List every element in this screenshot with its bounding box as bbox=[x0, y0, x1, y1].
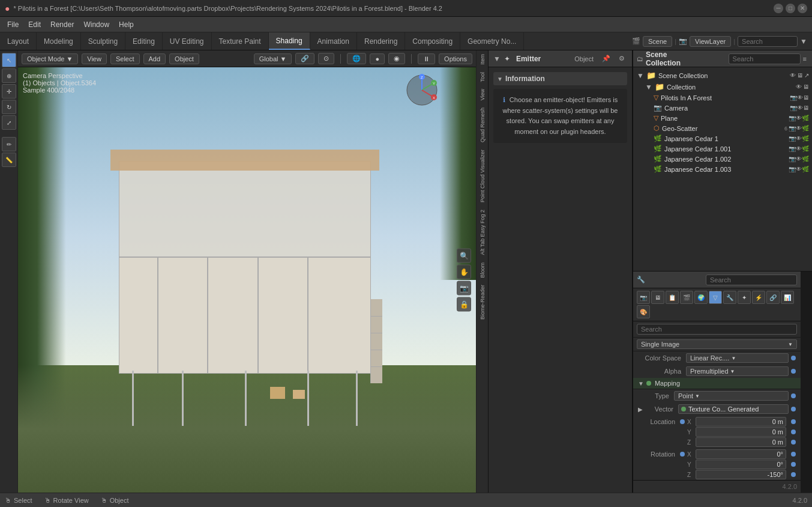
location-z-input[interactable] bbox=[696, 437, 786, 447]
item-render-icon-5[interactable]: 📷 bbox=[789, 135, 796, 142]
close-button[interactable]: ✕ bbox=[798, 4, 807, 13]
item-eye-icon-8[interactable]: 👁 bbox=[796, 166, 802, 172]
item-tree-icon-8[interactable]: 🌿 bbox=[802, 166, 809, 172]
info-section-header[interactable]: ▼ Information bbox=[493, 72, 627, 85]
material-props-icon[interactable]: 🎨 bbox=[637, 305, 650, 318]
measure-tool-button[interactable]: 📏 bbox=[2, 153, 16, 167]
scene-select[interactable]: Scene bbox=[643, 36, 672, 47]
physics-props-icon[interactable]: ⚡ bbox=[752, 291, 765, 304]
view-menu[interactable]: View bbox=[82, 53, 107, 64]
item-render-icon-1[interactable]: 📷 bbox=[790, 94, 797, 101]
rotation-z-input[interactable] bbox=[696, 470, 786, 479]
outliner-item-plane[interactable]: ▽ Plane 📷 👁 🌿 bbox=[633, 113, 812, 123]
maximize-button[interactable]: □ bbox=[786, 4, 795, 13]
view-layer-select[interactable]: ViewLayer bbox=[690, 36, 731, 47]
object-menu[interactable]: Object bbox=[169, 53, 199, 64]
item-eye-icon-6[interactable]: 👁 bbox=[796, 145, 802, 152]
scene-props-icon[interactable]: 🎬 bbox=[680, 291, 693, 304]
snap-button[interactable]: 🔗 bbox=[295, 53, 314, 64]
side-tab-quad-remesh[interactable]: Quad Remesh bbox=[478, 104, 487, 146]
add-menu[interactable]: Add bbox=[143, 53, 166, 64]
location-x-input[interactable] bbox=[696, 417, 786, 427]
restrict-select-icon[interactable]: ↗ bbox=[804, 72, 809, 79]
proportional-edit-button[interactable]: ⊙ bbox=[318, 53, 334, 64]
item-eye-icon-1[interactable]: 👁 bbox=[797, 94, 803, 101]
render-preview-button[interactable]: ● bbox=[370, 53, 385, 64]
global-dropdown[interactable]: Global ▼ bbox=[254, 53, 292, 64]
item-render-icon-6[interactable]: 📷 bbox=[789, 145, 796, 152]
menu-render[interactable]: Render bbox=[46, 19, 79, 30]
pan-button[interactable]: ✋ bbox=[457, 265, 471, 279]
item-tree-icon-3[interactable]: 🌿 bbox=[802, 115, 809, 121]
tab-compositing[interactable]: Compositing bbox=[405, 32, 460, 50]
zoom-in-button[interactable]: 🔍 bbox=[457, 249, 471, 263]
item-eye-icon-3[interactable]: 👁 bbox=[796, 115, 802, 121]
tab-editing[interactable]: Editing bbox=[125, 32, 163, 50]
world-props-icon[interactable]: 🌍 bbox=[694, 291, 708, 304]
top-search-input[interactable] bbox=[738, 36, 798, 47]
side-tab-point-cloud[interactable]: Point Cloud Visualizer bbox=[478, 146, 487, 206]
viewport-canvas[interactable]: Camera Perspective (1) Objects | Object.… bbox=[18, 67, 476, 493]
rendered-button[interactable]: ◉ bbox=[388, 53, 405, 64]
item-screen-icon-2[interactable]: 🖥 bbox=[803, 105, 809, 111]
alpha-dropdown[interactable]: Premultiplied ▼ bbox=[686, 366, 789, 376]
menu-edit[interactable]: Edit bbox=[23, 19, 46, 30]
item-render-icon-8[interactable]: 📷 bbox=[789, 166, 796, 172]
particles-props-icon[interactable]: ✦ bbox=[738, 291, 751, 304]
mapping-section-header[interactable]: ▼ Mapping bbox=[633, 378, 801, 389]
col-eye-icon[interactable]: 👁 bbox=[796, 83, 802, 90]
side-tab-bloom[interactable]: Bloom bbox=[478, 259, 487, 282]
tab-layout[interactable]: Layout bbox=[0, 32, 37, 50]
constraints-props-icon[interactable]: 🔗 bbox=[766, 291, 780, 304]
rotate-tool-button[interactable]: ↻ bbox=[2, 100, 16, 114]
options-button[interactable]: Options bbox=[439, 53, 472, 64]
item-tree-icon-5[interactable]: 🌿 bbox=[802, 135, 809, 142]
outliner-item-pilotis[interactable]: ▽ Pilotis In A Forest 📷 👁 🖥 bbox=[633, 93, 812, 103]
item-render-icon-7[interactable]: 📷 bbox=[789, 156, 796, 162]
item-tree-icon-6[interactable]: 🌿 bbox=[802, 145, 809, 152]
scale-tool-button[interactable]: ⤢ bbox=[2, 115, 16, 130]
item-tree-icon-4[interactable]: 🌿 bbox=[802, 125, 809, 132]
item-eye-icon-4[interactable]: 👁 bbox=[796, 125, 802, 132]
side-tab-tool[interactable]: Tool bbox=[478, 68, 487, 86]
tab-sculpting[interactable]: Sculpting bbox=[81, 32, 125, 50]
type-dropdown[interactable]: Point ▼ bbox=[674, 391, 789, 401]
lock-button[interactable]: 🔒 bbox=[457, 297, 471, 312]
select-tool-button[interactable]: ↖ bbox=[2, 53, 16, 67]
tab-modeling[interactable]: Modeling bbox=[37, 32, 81, 50]
tab-shading[interactable]: Shading bbox=[269, 32, 310, 50]
render-props-icon[interactable]: 📷 bbox=[637, 291, 650, 304]
outliner-item-geoscatter[interactable]: ⬡ Geo-Scatter 6 📷 👁 🌿 bbox=[633, 123, 812, 133]
item-eye-icon-5[interactable]: 👁 bbox=[796, 135, 802, 142]
menu-help[interactable]: Help bbox=[114, 19, 139, 30]
object-props-icon[interactable]: ▽ bbox=[709, 291, 722, 304]
pause-button[interactable]: ⏸ bbox=[418, 53, 435, 64]
tab-uv-editing[interactable]: UV Editing bbox=[163, 32, 212, 50]
side-tab-alt-tab[interactable]: Alt Tab Easy Fog 2 bbox=[478, 206, 487, 258]
outliner-item-cedar1[interactable]: 🌿 Japanese Cedar 1 📷 👁 🌿 bbox=[633, 133, 812, 144]
outliner-item-camera[interactable]: 📷 Camera 📷 👁 🖥 bbox=[633, 103, 812, 113]
outliner-item-cedar1003[interactable]: 🌿 Japanese Cedar 1.003 📷 👁 🌿 bbox=[633, 164, 812, 174]
restrict-render-icon[interactable]: 👁 bbox=[790, 72, 796, 79]
view-layer-props-icon[interactable]: 📋 bbox=[666, 291, 679, 304]
side-tab-item[interactable]: Item bbox=[478, 50, 487, 68]
filter-button[interactable]: ▼ bbox=[800, 37, 807, 46]
outliner-filter-button[interactable]: ≡ bbox=[801, 54, 809, 64]
tab-rendering[interactable]: Rendering bbox=[357, 32, 405, 50]
camera-view-button[interactable]: 📷 bbox=[457, 281, 471, 296]
props-content-search[interactable] bbox=[637, 324, 797, 335]
outliner-item-cedar1001[interactable]: 🌿 Japanese Cedar 1.001 📷 👁 🌿 bbox=[633, 144, 812, 154]
data-props-icon[interactable]: 📊 bbox=[781, 291, 794, 304]
side-tab-view[interactable]: View bbox=[478, 85, 487, 104]
props-search-input[interactable] bbox=[706, 275, 797, 285]
emitter-collapse-arrow[interactable]: ▼ bbox=[493, 55, 501, 63]
outliner-item-cedar1002[interactable]: 🌿 Japanese Cedar 1.002 📷 👁 🌿 bbox=[633, 154, 812, 164]
output-props-icon[interactable]: 🖥 bbox=[651, 291, 664, 304]
cursor-tool-button[interactable]: ⊕ bbox=[2, 68, 16, 83]
minimize-button[interactable]: ─ bbox=[774, 4, 783, 13]
viewport-gizmo[interactable]: Z Y X bbox=[404, 72, 440, 108]
side-tab-biome[interactable]: Biome-Reader bbox=[478, 281, 487, 323]
select-menu[interactable]: Select bbox=[110, 53, 140, 64]
item-eye-icon-2[interactable]: 👁 bbox=[797, 105, 803, 111]
collection-header[interactable]: ▼ 📁 Collection 👁 🖥 bbox=[633, 81, 812, 93]
